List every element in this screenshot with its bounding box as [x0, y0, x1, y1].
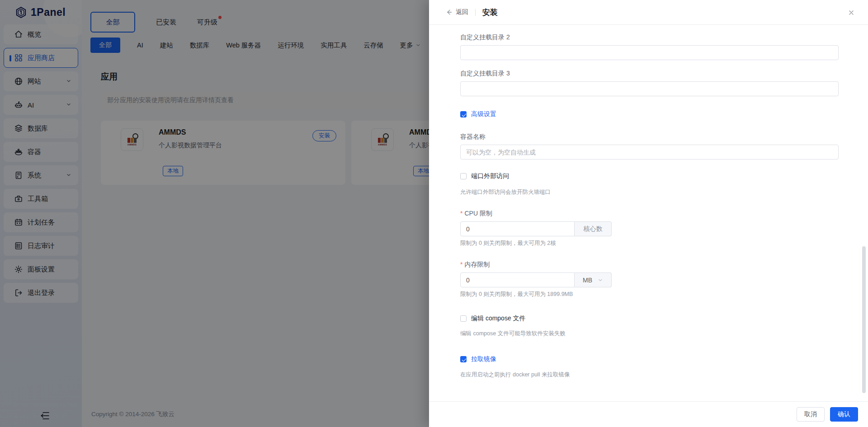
close-icon: [848, 9, 855, 16]
drawer-scrollbar-thumb[interactable]: [862, 246, 866, 393]
cpu-limit-label: CPU 限制: [464, 210, 492, 217]
cpu-limit-input[interactable]: [460, 221, 575, 236]
field-label: 自定义挂载目录 3: [460, 69, 839, 78]
memory-limit-helper: 限制为 0 则关闭限制，最大可用为 1899.9MB: [460, 291, 839, 298]
memory-unit-value: MB: [583, 277, 592, 284]
drawer-footer: 取消 确认: [429, 401, 868, 427]
install-drawer: 返回 安装 自定义挂载目录 2 自定义挂载目录 3 高级设置 容器名: [429, 0, 868, 427]
cpu-unit-suffix: 核心数: [575, 221, 612, 236]
edit-compose-checkbox[interactable]: 编辑 compose 文件: [460, 314, 839, 323]
close-button[interactable]: [846, 8, 856, 18]
field-cpu-limit: *CPU 限制 核心数 限制为 0 则关闭限制，最大可用为 2核: [460, 209, 839, 247]
field-label: 容器名称: [460, 132, 839, 141]
pull-image-checkbox[interactable]: 拉取镜像: [460, 355, 839, 364]
header-divider: [475, 9, 476, 16]
drawer-title: 安装: [482, 7, 498, 18]
port-external-helper: 允许端口外部访问会放开防火墙端口: [460, 189, 839, 196]
edit-compose-helper: 编辑 compose 文件可能导致软件安装失败: [460, 330, 839, 337]
field-mount-dir-2: 自定义挂载目录 2: [460, 33, 839, 60]
memory-limit-input[interactable]: [460, 272, 575, 287]
field-label: *内存限制: [460, 260, 839, 269]
back-button[interactable]: 返回: [445, 8, 468, 16]
checkbox-label: 端口外部访问: [471, 172, 509, 180]
install-form: 自定义挂载目录 2 自定义挂载目录 3 高级设置 容器名称 端口外部访问 允许端…: [429, 25, 868, 401]
pull-image-helper: 在应用启动之前执行 docker pull 来拉取镜像: [460, 371, 839, 378]
memory-limit-label: 内存限制: [464, 261, 490, 268]
back-label: 返回: [456, 8, 468, 16]
field-container-name: 容器名称: [460, 132, 839, 160]
container-name-input[interactable]: [460, 145, 839, 160]
mount-dir-3-input[interactable]: [460, 81, 839, 96]
drawer-header: 返回 安装: [429, 0, 868, 25]
checkbox-checked-icon: [460, 111, 467, 117]
checkbox-unchecked-icon: [460, 315, 467, 322]
cpu-input-group: 核心数: [460, 221, 612, 236]
checkbox-label: 编辑 compose 文件: [471, 314, 526, 323]
checkbox-label: 高级设置: [471, 110, 496, 118]
field-mount-dir-3: 自定义挂载目录 3: [460, 69, 839, 96]
checkbox-checked-icon: [460, 356, 467, 362]
field-memory-limit: *内存限制 MB 限制为 0 则关闭限制，最大可用为 1899.9MB: [460, 260, 839, 298]
chevron-down-icon: [598, 277, 603, 283]
page: 1Panel 概览 应用商店 网站 AI 数据库: [0, 0, 868, 427]
checkbox-unchecked-icon: [460, 173, 467, 179]
port-external-checkbox[interactable]: 端口外部访问: [460, 172, 839, 181]
confirm-button[interactable]: 确认: [830, 407, 858, 422]
field-label: *CPU 限制: [460, 209, 839, 218]
checkbox-label: 拉取镜像: [471, 355, 496, 363]
advanced-settings-checkbox[interactable]: 高级设置: [460, 110, 839, 119]
arrow-left-icon: [445, 9, 453, 16]
cancel-button[interactable]: 取消: [797, 407, 825, 422]
memory-input-group: MB: [460, 272, 612, 287]
mount-dir-2-input[interactable]: [460, 45, 839, 60]
memory-unit-select[interactable]: MB: [575, 272, 612, 287]
required-mark: *: [460, 261, 462, 268]
field-label: 自定义挂载目录 2: [460, 33, 839, 42]
cpu-limit-helper: 限制为 0 则关闭限制，最大可用为 2核: [460, 240, 839, 247]
required-mark: *: [460, 210, 462, 217]
